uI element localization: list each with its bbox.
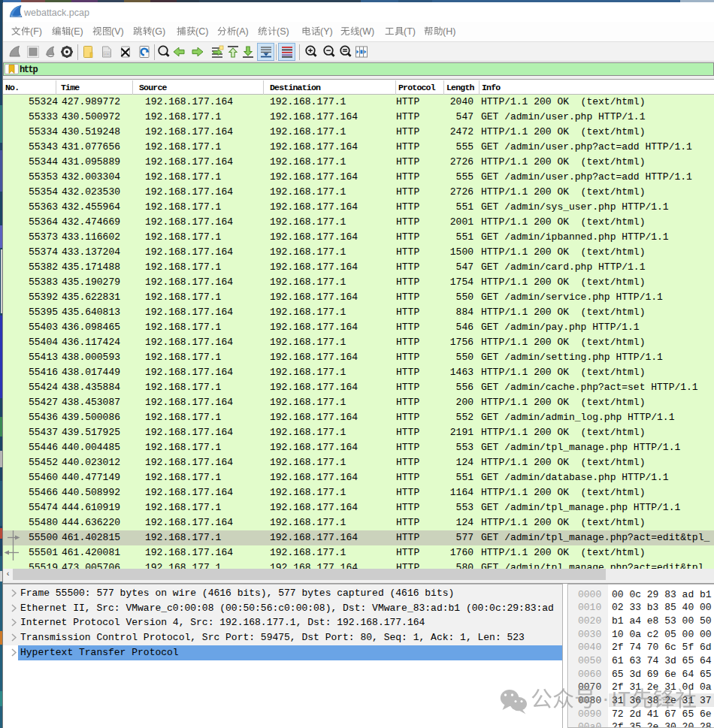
svg-text:010: 010 xyxy=(104,53,109,56)
